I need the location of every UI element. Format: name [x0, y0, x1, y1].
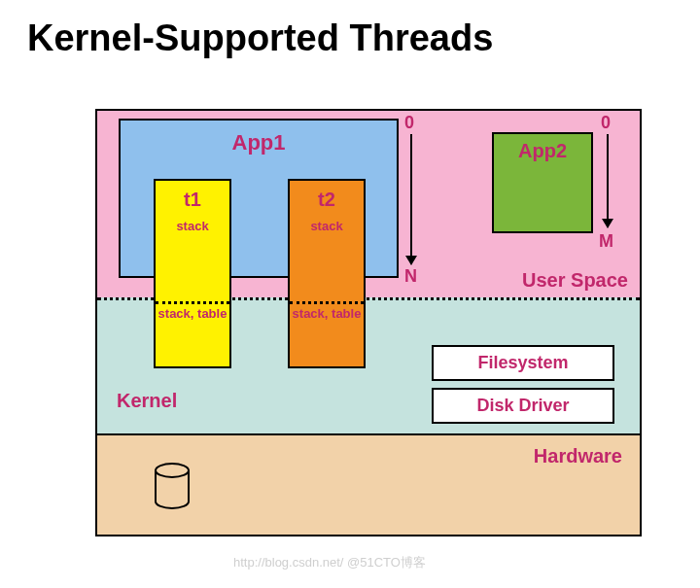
t2-stack-label: stack — [290, 219, 364, 233]
app1-addr-bottom: N — [404, 266, 417, 287]
t1-stack-label: stack — [156, 219, 229, 233]
app2-addr-top: 0 — [601, 113, 611, 133]
app1-label: App1 — [121, 130, 397, 156]
t2-kernel-text: stack, table — [290, 307, 364, 322]
app1-addr-top: 0 — [404, 113, 414, 133]
hardware-label: Hardware — [534, 445, 622, 467]
user-space-label: User Space — [522, 269, 628, 292]
disk-cylinder-icon — [154, 463, 191, 509]
t1-divider — [156, 301, 229, 304]
app2-arrow-icon — [607, 134, 609, 227]
app2-label: App2 — [494, 140, 591, 162]
diskdriver-module: Disk Driver — [432, 388, 614, 424]
diagram-container: App1 0 N App2 0 M User Space Kernel File… — [95, 109, 642, 536]
page-title: Kernel-Supported Threads — [0, 0, 700, 59]
thread-t2-box: t2 stack stack, table — [288, 179, 366, 368]
hardware-layer: Hardware — [97, 433, 640, 535]
svg-point-0 — [156, 464, 189, 477]
thread-t1-box: t1 stack stack, table — [154, 179, 231, 368]
app2-box: App2 — [492, 132, 593, 233]
filesystem-module: Filesystem — [432, 345, 614, 381]
t1-kernel-text: stack, table — [156, 307, 229, 322]
t2-divider — [290, 301, 364, 304]
t2-name: t2 — [290, 189, 364, 211]
watermark-text: http://blog.csdn.net/ @51CTO博客 — [233, 554, 426, 571]
t1-name: t1 — [156, 189, 229, 211]
app2-addr-bottom: M — [599, 231, 613, 252]
app1-arrow-icon — [410, 134, 412, 264]
kernel-label: Kernel — [117, 390, 177, 412]
